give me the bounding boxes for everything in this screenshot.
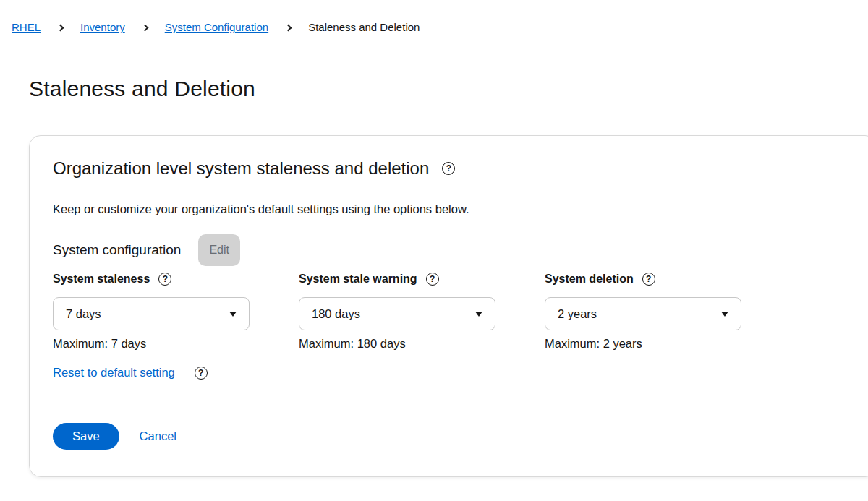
- field-system-stale-warning: System stale warning ? 180 days Maximum:…: [299, 273, 495, 351]
- save-button[interactable]: Save: [53, 423, 119, 450]
- actions-row: Save Cancel: [53, 423, 853, 450]
- system-deletion-selected-value: 2 years: [558, 307, 597, 321]
- reset-row: Reset to default setting ?: [53, 366, 853, 380]
- breadcrumb-link-rhel[interactable]: RHEL: [12, 21, 41, 33]
- system-stale-warning-label: System stale warning: [299, 273, 417, 286]
- breadcrumb-current-page: Staleness and Deletion: [308, 21, 420, 33]
- fields-row: System staleness ? 7 days Maximum: 7 day…: [53, 273, 853, 351]
- breadcrumb-link-inventory[interactable]: Inventory: [80, 21, 125, 33]
- system-deletion-label: System deletion: [545, 273, 634, 286]
- system-staleness-selected-value: 7 days: [66, 307, 101, 321]
- chevron-right-icon: [57, 24, 64, 31]
- caret-down-icon: [475, 312, 482, 317]
- card-description: Keep or customize your organization's de…: [53, 202, 853, 216]
- system-configuration-section-row: System configuration Edit: [53, 234, 853, 266]
- help-icon[interactable]: ?: [442, 162, 455, 175]
- help-icon[interactable]: ?: [642, 273, 655, 286]
- system-stale-warning-selected-value: 180 days: [312, 307, 360, 321]
- reset-to-default-link[interactable]: Reset to default setting: [53, 366, 175, 380]
- card-heading: Organization level system staleness and …: [53, 158, 429, 179]
- cancel-button[interactable]: Cancel: [140, 429, 176, 443]
- system-stale-warning-select[interactable]: 180 days: [299, 297, 495, 330]
- page-title: Staleness and Deletion: [0, 33, 868, 101]
- field-label-row: System staleness ?: [53, 273, 250, 286]
- field-system-deletion: System deletion ? 2 years Maximum: 2 yea…: [545, 273, 741, 351]
- system-staleness-label: System staleness: [53, 273, 150, 286]
- caret-down-icon: [229, 312, 237, 317]
- field-system-staleness: System staleness ? 7 days Maximum: 7 day…: [53, 273, 250, 351]
- edit-button[interactable]: Edit: [198, 234, 240, 266]
- field-label-row: System stale warning ?: [299, 273, 495, 286]
- breadcrumb-link-system-configuration[interactable]: System Configuration: [165, 21, 268, 33]
- help-icon[interactable]: ?: [158, 273, 171, 286]
- system-deletion-select[interactable]: 2 years: [545, 297, 741, 330]
- system-staleness-helper: Maximum: 7 days: [53, 337, 250, 351]
- system-configuration-title: System configuration: [53, 242, 181, 258]
- staleness-settings-card: Organization level system staleness and …: [29, 135, 868, 477]
- help-icon[interactable]: ?: [195, 367, 208, 380]
- chevron-right-icon: [285, 24, 292, 31]
- system-deletion-helper: Maximum: 2 years: [545, 337, 741, 351]
- help-icon[interactable]: ?: [426, 273, 439, 286]
- chevron-right-icon: [141, 24, 148, 31]
- breadcrumb: RHEL Inventory System Configuration Stal…: [0, 0, 868, 33]
- card-heading-row: Organization level system staleness and …: [53, 158, 853, 179]
- system-stale-warning-helper: Maximum: 180 days: [299, 337, 495, 351]
- caret-down-icon: [721, 312, 728, 317]
- field-label-row: System deletion ?: [545, 273, 741, 286]
- system-staleness-select[interactable]: 7 days: [53, 297, 250, 330]
